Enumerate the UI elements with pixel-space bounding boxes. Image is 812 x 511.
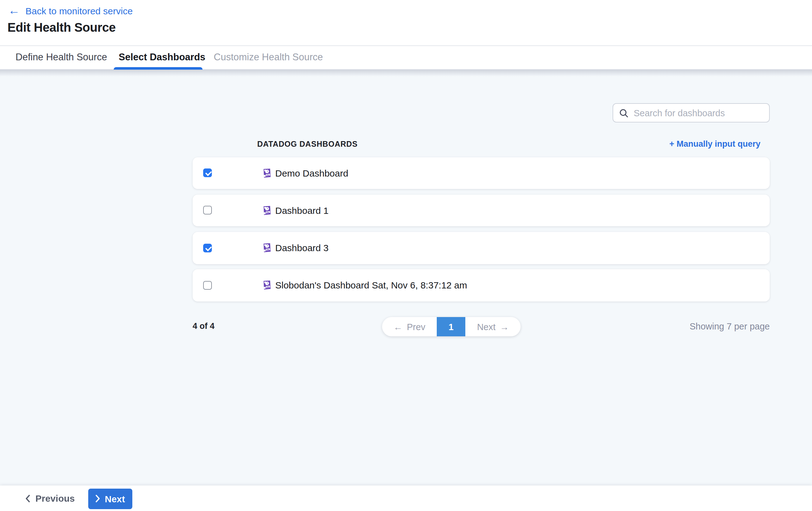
dashboard-name: Dashboard 3: [275, 243, 329, 253]
search-icon: [619, 108, 628, 117]
previous-button[interactable]: Previous: [25, 485, 75, 511]
edit-health-source-page: ← Back to monitored service Edit Health …: [0, 0, 812, 511]
previous-button-label: Previous: [35, 493, 75, 504]
datadog-icon: [263, 281, 271, 290]
datadog-icon: [263, 243, 271, 253]
dashboard-checkbox[interactable]: [203, 243, 212, 252]
pagination-prev-button[interactable]: ← Prev: [382, 317, 437, 336]
dashboard-row[interactable]: Dashboard 1: [193, 194, 770, 226]
pagination-next-button[interactable]: Next →: [465, 317, 521, 336]
datadog-icon: [263, 206, 271, 215]
active-tab-underline: [113, 67, 202, 70]
per-page-label: Showing 7 per page: [690, 321, 770, 331]
wizard-tabbar: Define Health Source Select Dashboards C…: [0, 45, 812, 70]
dashboard-row[interactable]: Demo Dashboard: [193, 157, 770, 189]
chevron-right-icon: [95, 495, 100, 502]
tab-define-health-source[interactable]: Define Health Source: [16, 46, 107, 69]
dashboard-name: Slobodan's Dashboard Sat, Nov 6, 8:37:12…: [275, 280, 467, 291]
dashboard-search-box: [613, 103, 770, 123]
back-to-monitored-service-link[interactable]: ← Back to monitored service: [8, 5, 133, 16]
dashboard-checkbox[interactable]: [203, 206, 212, 214]
dashboard-checkbox[interactable]: [203, 281, 212, 289]
next-button-label: Next: [105, 493, 125, 504]
datadog-icon: [263, 168, 271, 178]
page-title: Edit Health Source: [7, 21, 116, 35]
list-column-header: DATADOG DASHBOARDS: [257, 140, 357, 149]
dashboard-name: Demo Dashboard: [275, 168, 348, 179]
result-count: 4 of 4: [193, 321, 215, 331]
dashboard-row[interactable]: Slobodan's Dashboard Sat, Nov 6, 8:37:12…: [193, 269, 770, 301]
arrow-left-icon: ←: [8, 5, 20, 16]
content-area: DATADOG DASHBOARDS + Manually input quer…: [0, 70, 812, 485]
dashboard-name: Dashboard 1: [275, 205, 329, 216]
dashboard-checkbox[interactable]: [203, 168, 212, 177]
next-button[interactable]: Next: [88, 488, 132, 509]
tab-customize-health-source[interactable]: Customize Health Source: [214, 46, 323, 69]
back-link-label: Back to monitored service: [26, 5, 133, 16]
chevron-left-icon: [25, 494, 30, 502]
page-header: ← Back to monitored service Edit Health …: [0, 0, 812, 45]
search-input[interactable]: [634, 108, 763, 118]
pagination: ← Prev 1 Next →: [382, 317, 521, 336]
footer-bar: Previous Next: [0, 485, 812, 511]
dashboard-row[interactable]: Dashboard 3: [193, 232, 770, 264]
manually-input-query-link[interactable]: + Manually input query: [669, 139, 760, 149]
pagination-page-1[interactable]: 1: [437, 317, 465, 336]
arrow-right-icon: →: [500, 322, 509, 332]
tab-select-dashboards[interactable]: Select Dashboards: [119, 46, 205, 69]
arrow-left-icon: ←: [394, 322, 403, 332]
